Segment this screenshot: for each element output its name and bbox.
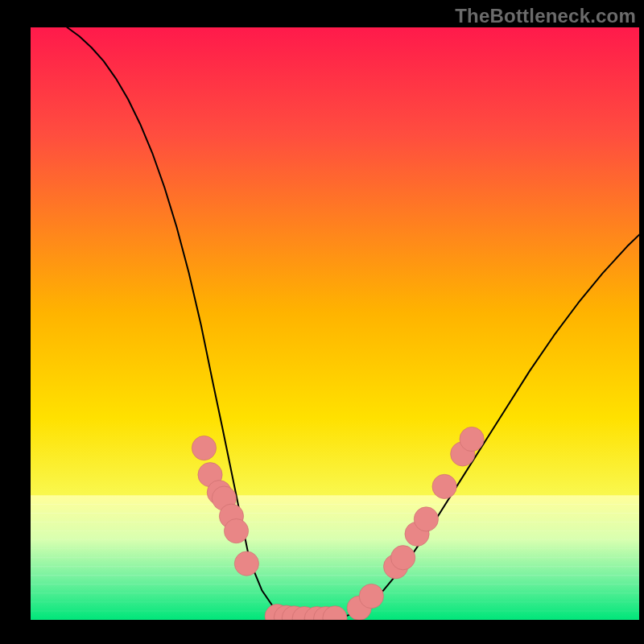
- chart-frame: TheBottleneck.com: [0, 0, 644, 644]
- svg-point-37: [414, 507, 438, 531]
- svg-point-35: [391, 546, 415, 570]
- svg-point-23: [224, 518, 248, 543]
- svg-point-40: [460, 427, 484, 451]
- svg-point-18: [192, 436, 216, 460]
- svg-point-24: [234, 551, 258, 576]
- svg-point-38: [432, 474, 456, 498]
- chart-svg: [0, 0, 644, 644]
- svg-point-33: [359, 584, 383, 608]
- watermark-text: TheBottleneck.com: [455, 5, 636, 27]
- svg-point-31: [323, 606, 347, 630]
